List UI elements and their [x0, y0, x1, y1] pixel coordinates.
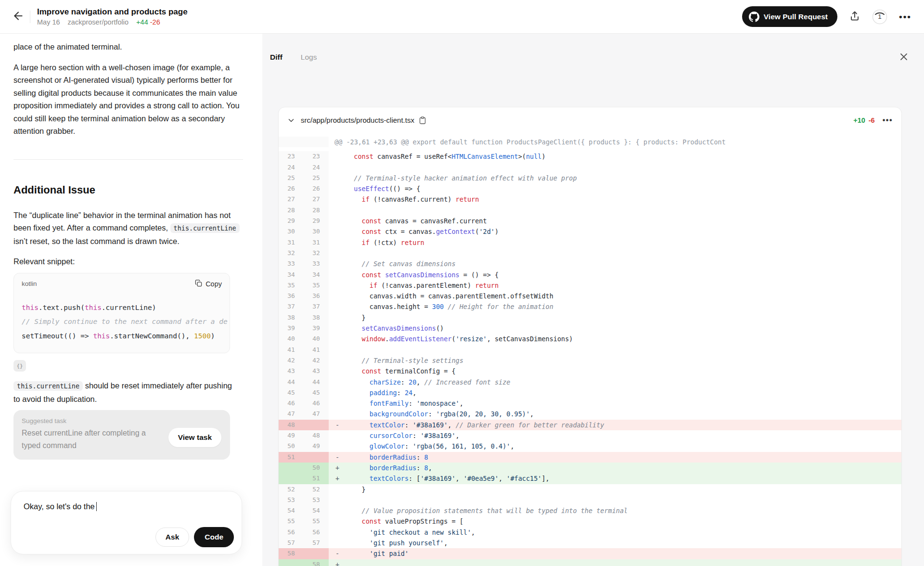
code-button[interactable]: Code	[194, 527, 234, 547]
old-line-number	[279, 559, 304, 566]
tab-logs[interactable]: Logs	[301, 53, 317, 62]
diff-row[interactable]: 2626 useEffect(() => {	[279, 183, 901, 194]
copy-button[interactable]: Copy	[195, 280, 222, 288]
diff-row[interactable]: 3838 }	[279, 312, 901, 323]
diff-marker	[329, 366, 346, 376]
new-line-number: 45	[304, 387, 329, 398]
new-line-number	[304, 420, 329, 430]
back-button[interactable]	[8, 6, 29, 27]
chevron-down-icon[interactable]	[287, 116, 295, 124]
diff-row[interactable]: 2929 const canvas = canvasRef.current	[279, 216, 901, 226]
new-line-number: 40	[304, 334, 329, 344]
new-line-number: 29	[304, 216, 329, 226]
diff-row[interactable]: 5656 'git checkout a new skill',	[279, 527, 901, 538]
diff-row[interactable]: 3636 canvas.width = canvas.parentElement…	[279, 291, 901, 301]
file-menu-button[interactable]: •••	[883, 116, 893, 125]
suggested-task-card: Suggested task Reset currentLine after c…	[13, 410, 230, 460]
notification-badge[interactable]: 1	[872, 9, 887, 25]
diff-code: 'git push yourself',	[346, 538, 901, 548]
diff-row[interactable]: 4747 backgroundColor: 'rgba(20, 20, 30, …	[279, 409, 901, 419]
diff-row[interactable]: 3939 setCanvasDimensions()	[279, 323, 901, 334]
diff-row[interactable]: 3030 const ctx = canvas.getContext('2d')	[279, 226, 901, 237]
diff-row[interactable]: 51+ textColors: ['#38a169', '#0ea5e9', '…	[279, 473, 901, 484]
diff-row[interactable]: 2828	[279, 205, 901, 216]
diff-row[interactable]: 5454 // Value proposition statements tha…	[279, 505, 901, 516]
diff-code: textColors: ['#38a169', '#0ea5e9', '#fac…	[346, 473, 901, 484]
code-line: // Simply continue to the next command a…	[22, 315, 230, 329]
diff-row[interactable]: 2424	[279, 162, 901, 173]
diff-row[interactable]: 4242 // Terminal-style settings	[279, 355, 901, 366]
close-pane-button[interactable]	[899, 52, 909, 63]
diff-row[interactable]: 5353	[279, 495, 901, 505]
file-additions: +10	[853, 116, 865, 124]
diff-row[interactable]: 4141	[279, 345, 901, 355]
old-line-number: 58	[279, 548, 304, 559]
copy-path-icon[interactable]	[419, 116, 426, 124]
chat-input-card[interactable]: Okay, so let's do the Ask Code	[11, 491, 242, 554]
diff-row[interactable]: 51- borderRadius: 8	[279, 452, 901, 463]
diff-row[interactable]: 50+ borderRadius: 8,	[279, 463, 901, 473]
old-line-number: 32	[279, 248, 304, 258]
diff-row[interactable]: 2323 const canvasRef = useRef<HTMLCanvas…	[279, 151, 901, 162]
top-header: Improve navigation and products page May…	[0, 0, 924, 34]
file-diff-header[interactable]: src/app/products/products-client.tsx +10…	[279, 107, 901, 133]
new-line-number: 51	[304, 473, 329, 484]
header-menu-button[interactable]: •••	[899, 12, 911, 22]
diff-row[interactable]: 3333 // Set canvas dimensions	[279, 258, 901, 269]
tab-diff[interactable]: Diff	[270, 53, 282, 62]
diff-row[interactable]: 48- textColor: '#38a169', // Darker gree…	[279, 420, 901, 430]
snippet-label: Relevant snippet:	[13, 255, 240, 268]
diff-row[interactable]: 58+	[279, 559, 901, 566]
diff-row[interactable]: 5049 glowColor: 'rgba(56, 161, 105, 0.4)…	[279, 441, 901, 451]
file-path: src/app/products/products-client.tsx	[301, 116, 414, 124]
new-line-number: 42	[304, 355, 329, 366]
chat-input[interactable]: Okay, so let's do the	[24, 502, 97, 511]
diff-code: glowColor: 'rgba(56, 161, 105, 0.4)',	[346, 441, 901, 451]
diff-row[interactable]: 4948 cursorColor: '#38a169',	[279, 430, 901, 441]
diff-code: useEffect(() => {	[346, 183, 901, 194]
diff-row[interactable]: 2525 // Terminal-style hacker animation …	[279, 173, 901, 183]
diff-code	[346, 559, 901, 566]
view-task-button[interactable]: View task	[168, 428, 221, 447]
inline-code-currentline: this.currentLine	[170, 223, 240, 233]
hero-paragraph: A large hero section with a well-chosen …	[13, 61, 240, 138]
diff-row[interactable]: 3232	[279, 248, 901, 258]
diff-row[interactable]: 58- 'git paid'	[279, 548, 901, 559]
view-pull-request-button[interactable]: View Pull Request	[742, 6, 837, 27]
clipped-paragraph: place of the animated terminal.	[13, 40, 240, 53]
diff-code: window.addEventListener('resize', setCan…	[346, 334, 901, 344]
old-line-number: 54	[279, 505, 304, 516]
diff-marker	[329, 226, 346, 237]
new-line-number: 27	[304, 194, 329, 205]
diff-code: const ctx = canvas.getContext('2d')	[346, 226, 901, 237]
diff-marker: +	[329, 473, 346, 484]
diff-row[interactable]: 4040 window.addEventListener('resize', s…	[279, 334, 901, 344]
diff-marker	[329, 205, 346, 216]
new-line-number: 56	[304, 527, 329, 538]
diff-row[interactable]: 3434 const setCanvasDimensions = () => {	[279, 270, 901, 280]
old-line-number: 24	[279, 162, 304, 173]
diff-code: cursorColor: '#38a169',	[346, 430, 901, 441]
diff-row[interactable]: 2727 if (!canvasRef.current) return	[279, 194, 901, 205]
diff-row[interactable]: 4646 fontFamily: 'monospace',	[279, 398, 901, 409]
diff-code: // Value proposition statements that wil…	[346, 505, 901, 516]
new-line-number: 34	[304, 270, 329, 280]
diff-row[interactable]: 4545 padding: 24,	[279, 387, 901, 398]
collapsed-code-icon[interactable]: {}	[13, 360, 26, 372]
diff-marker	[329, 430, 346, 441]
diff-row[interactable]: 4444 charSize: 20, // Increased font siz…	[279, 377, 901, 387]
share-upload-icon	[849, 10, 860, 23]
diff-row[interactable]: 5757 'git push yourself',	[279, 538, 901, 548]
total-additions: +44	[136, 18, 148, 26]
diff-row[interactable]: 3131 if (!ctx) return	[279, 237, 901, 248]
diff-row[interactable]: 3535 if (!canvas.parentElement) return	[279, 280, 901, 291]
share-button[interactable]	[849, 10, 860, 23]
diff-body[interactable]: @@ -23,61 +23,63 @@ export default funct…	[279, 133, 901, 566]
diff-code: canvas.width = canvas.parentElement.offs…	[346, 291, 901, 301]
diff-row[interactable]: 5555 const valuePropStrings = [	[279, 516, 901, 527]
diff-row[interactable]: 3737 canvas.height = 300 // Height for t…	[279, 301, 901, 312]
diff-row[interactable]: 4343 const terminalConfig = {	[279, 366, 901, 376]
conversation-scroll[interactable]: place of the animated terminal. A large …	[0, 34, 262, 460]
ask-button[interactable]: Ask	[155, 527, 189, 547]
diff-row[interactable]: 5252 }	[279, 484, 901, 495]
